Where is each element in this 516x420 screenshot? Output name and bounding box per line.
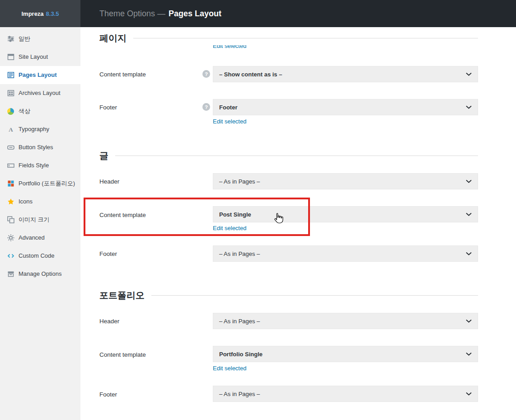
field-label: Header	[99, 318, 119, 325]
fields-style-icon	[7, 162, 14, 170]
sidebar-item-image-sizes[interactable]: 이미지 크기	[0, 211, 80, 229]
colors-icon	[7, 108, 14, 115]
edit-selected-link[interactable]: Edit selected	[213, 45, 246, 49]
sidebar-item-label: 색상	[19, 107, 30, 115]
archive-box-icon	[7, 270, 14, 278]
typography-icon: A	[7, 126, 14, 133]
portfolio-content-template-select[interactable]: Portfolio Single	[213, 346, 478, 362]
sidebar-item-site-layout[interactable]: Site Layout	[0, 48, 80, 66]
archives-layout-icon	[7, 90, 14, 97]
sidebar-item-general[interactable]: 일반	[0, 30, 80, 48]
brand-name: Impreza	[21, 10, 43, 17]
brand-logo: Impreza 8.3.5	[0, 0, 80, 27]
portfolio-icon	[7, 180, 14, 188]
section-divider	[115, 156, 478, 156]
select-value: – As in Pages –	[219, 318, 260, 325]
chevron-down-icon	[466, 72, 472, 76]
site-layout-icon	[7, 53, 14, 61]
button-styles-icon	[7, 144, 14, 151]
sidebar-item-label: Advanced	[19, 234, 45, 242]
help-icon[interactable]: ?	[202, 103, 210, 111]
sidebar-item-fields-style[interactable]: Fields Style	[0, 156, 80, 175]
page-title-prefix: Theme Options —	[99, 9, 165, 19]
svg-text:A: A	[9, 126, 13, 133]
pages-content-template-select[interactable]: – Show content as is –	[213, 66, 478, 82]
pages-footer-select[interactable]: Footer	[213, 99, 478, 115]
select-value: – As in Pages –	[219, 391, 260, 397]
select-value: Post Single	[219, 211, 251, 218]
help-icon[interactable]: ?	[202, 70, 210, 78]
section-title: 글	[99, 150, 108, 162]
brand-version: 8.3.5	[46, 10, 59, 17]
sidebar-item-label: Typography	[19, 125, 49, 133]
page-title: Theme Options — Pages Layout	[99, 0, 221, 27]
sidebar-item-label: Archives Layout	[19, 89, 61, 97]
sidebar-item-label: Portfolio (포트폴리오)	[19, 179, 75, 188]
sidebar-item-label: Button Styles	[19, 143, 53, 151]
topbar: Impreza 8.3.5 Theme Options — Pages Layo…	[0, 0, 516, 27]
sidebar-item-custom-code[interactable]: Custom Code	[0, 247, 80, 265]
star-icon	[7, 198, 14, 206]
sidebar-item-pages-layout[interactable]: Pages Layout	[0, 66, 80, 84]
code-icon	[7, 252, 14, 260]
sidebar-item-button-styles[interactable]: Button Styles	[0, 138, 80, 156]
image-sizes-icon	[7, 216, 14, 224]
select-value: – As in Pages –	[219, 178, 260, 185]
section-title: 페이지	[99, 32, 127, 44]
chevron-down-icon	[466, 352, 472, 356]
field-label: Content template	[99, 71, 146, 78]
sidebar-item-label: Icons	[19, 198, 33, 206]
sidebar-item-label: Site Layout	[19, 53, 48, 61]
select-value: Footer	[219, 104, 237, 111]
chevron-down-icon	[466, 392, 472, 396]
sidebar: 일반 Site Layout Pages Layout Archives Lay…	[0, 27, 80, 420]
field-label: Footer	[99, 391, 117, 398]
edit-selected-link[interactable]: Edit selected	[213, 118, 246, 125]
chevron-down-icon	[466, 212, 472, 216]
sidebar-item-label: Pages Layout	[19, 71, 57, 79]
field-label: Content template	[99, 212, 146, 218]
edit-selected-link-clipped: Edit selected	[213, 45, 246, 50]
posts-footer-select[interactable]: – As in Pages –	[213, 245, 478, 262]
sidebar-item-advanced[interactable]: Advanced	[0, 229, 80, 247]
sidebar-item-icons[interactable]: Icons	[0, 193, 80, 211]
section-divider	[133, 38, 478, 38]
field-label: Footer	[99, 104, 117, 111]
sidebar-item-label: 이미지 크기	[19, 216, 50, 224]
sidebar-item-manage-options[interactable]: Manage Options	[0, 265, 80, 283]
field-label: Header	[99, 178, 119, 185]
edit-selected-link[interactable]: Edit selected	[213, 365, 246, 372]
sidebar-item-portfolio[interactable]: Portfolio (포트폴리오)	[0, 175, 80, 193]
portfolio-footer-select[interactable]: – As in Pages –	[213, 386, 478, 402]
section-title: 포트폴리오	[99, 289, 145, 302]
gear-icon	[7, 234, 14, 242]
sidebar-item-label: 일반	[19, 35, 30, 43]
sidebar-item-colors[interactable]: 색상	[0, 102, 80, 120]
select-value: – As in Pages –	[219, 250, 260, 257]
sidebar-item-label: Manage Options	[19, 270, 61, 278]
general-icon	[7, 35, 14, 43]
sidebar-item-typography[interactable]: A Typography	[0, 120, 80, 138]
chevron-down-icon	[466, 319, 472, 323]
select-value: – Show content as is –	[219, 71, 282, 78]
posts-content-template-select[interactable]: Post Single	[213, 206, 478, 222]
section-divider	[151, 295, 478, 296]
portfolio-header-select[interactable]: – As in Pages –	[213, 313, 478, 329]
field-label: Footer	[99, 250, 117, 257]
chevron-down-icon	[466, 179, 472, 183]
chevron-down-icon	[466, 105, 472, 109]
section-heading-pages: 페이지	[99, 32, 478, 44]
page-title-current: Pages Layout	[169, 9, 221, 19]
sidebar-item-label: Custom Code	[19, 252, 54, 260]
posts-header-select[interactable]: – As in Pages –	[213, 173, 478, 189]
select-value: Portfolio Single	[219, 351, 263, 358]
chevron-down-icon	[466, 252, 472, 255]
section-heading-posts: 글	[99, 149, 478, 162]
edit-selected-link[interactable]: Edit selected	[213, 225, 246, 231]
pages-layout-icon	[7, 71, 14, 79]
section-heading-portfolio: 포트폴리오	[99, 289, 478, 302]
field-label: Content template	[99, 351, 146, 358]
sidebar-item-archives-layout[interactable]: Archives Layout	[0, 84, 80, 102]
sidebar-item-label: Fields Style	[19, 161, 49, 170]
